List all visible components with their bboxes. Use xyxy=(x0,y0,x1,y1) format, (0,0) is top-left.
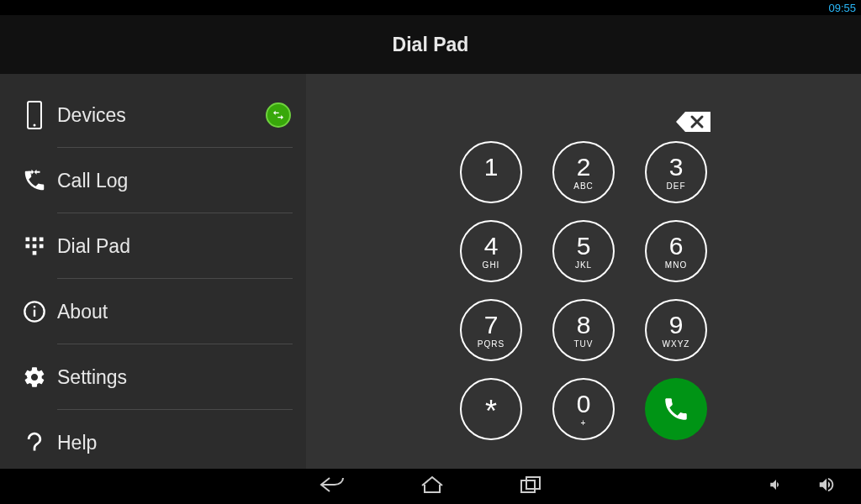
keypad: 1 2ABC 3DEF 4GHI 5JKL 6MNO 7PQRS 8TUV 9W… xyxy=(306,141,861,440)
call-log-icon xyxy=(12,168,57,193)
sidebar-item-help[interactable]: Help xyxy=(0,410,306,475)
title-bar: Dial Pad xyxy=(0,15,861,74)
key-2[interactable]: 2ABC xyxy=(552,141,615,203)
main-content: Devices Call Log Dial Pad xyxy=(0,74,861,469)
android-navbar xyxy=(0,469,861,504)
key-4[interactable]: 4GHI xyxy=(460,220,522,282)
phone-handset-icon xyxy=(662,395,690,423)
info-icon xyxy=(12,300,57,323)
sidebar-item-settings[interactable]: Settings xyxy=(0,344,306,410)
svg-rect-11 xyxy=(34,306,35,307)
svg-rect-10 xyxy=(34,310,35,317)
key-3[interactable]: 3DEF xyxy=(645,141,707,203)
sidebar-item-dial-pad[interactable]: Dial Pad xyxy=(0,213,306,279)
svg-rect-12 xyxy=(521,480,535,492)
key-6[interactable]: 6MNO xyxy=(645,220,707,282)
help-icon xyxy=(12,430,57,455)
page-title: Dial Pad xyxy=(393,34,469,56)
sidebar: Devices Call Log Dial Pad xyxy=(0,74,306,469)
sidebar-item-label: Help xyxy=(57,432,291,454)
sidebar-item-call-log[interactable]: Call Log xyxy=(0,148,306,213)
key-7[interactable]: 7PQRS xyxy=(460,299,522,361)
svg-rect-7 xyxy=(40,244,44,249)
key-5[interactable]: 5JKL xyxy=(552,220,615,282)
status-time: 09:55 xyxy=(828,2,856,14)
sidebar-item-label: Call Log xyxy=(57,170,291,192)
svg-rect-13 xyxy=(526,477,540,489)
volume-down-icon[interactable] xyxy=(769,477,784,496)
call-button[interactable] xyxy=(645,378,707,440)
dialpad-icon xyxy=(12,234,57,258)
svg-rect-5 xyxy=(26,244,30,249)
dialer-area: 1 2ABC 3DEF 4GHI 5JKL 6MNO 7PQRS 8TUV 9W… xyxy=(306,74,861,469)
sidebar-item-label: About xyxy=(57,301,291,323)
svg-rect-2 xyxy=(26,238,30,242)
key-9[interactable]: 9WXYZ xyxy=(645,299,707,361)
sidebar-item-label: Devices xyxy=(57,104,266,127)
key-0[interactable]: 0+ xyxy=(552,378,615,440)
svg-rect-8 xyxy=(33,251,37,255)
sidebar-item-label: Settings xyxy=(57,366,291,389)
sidebar-item-about[interactable]: About xyxy=(0,279,306,344)
svg-rect-4 xyxy=(40,238,44,242)
sidebar-item-devices[interactable]: Devices xyxy=(0,82,306,148)
gear-icon xyxy=(12,365,57,389)
back-button[interactable] xyxy=(320,475,345,498)
phone-icon xyxy=(12,100,57,130)
svg-rect-6 xyxy=(33,244,37,249)
key-star[interactable]: * xyxy=(460,378,522,440)
key-8[interactable]: 8TUV xyxy=(552,299,615,361)
svg-point-1 xyxy=(34,124,36,127)
backspace-button[interactable] xyxy=(674,109,713,134)
volume-up-icon[interactable] xyxy=(817,475,836,497)
home-button[interactable] xyxy=(420,475,444,497)
recent-apps-button[interactable] xyxy=(520,475,541,497)
sidebar-item-label: Dial Pad xyxy=(57,235,291,258)
status-bar: 09:55 xyxy=(0,0,861,15)
svg-rect-3 xyxy=(33,238,37,242)
sync-icon xyxy=(266,102,291,128)
key-1[interactable]: 1 xyxy=(460,141,522,203)
